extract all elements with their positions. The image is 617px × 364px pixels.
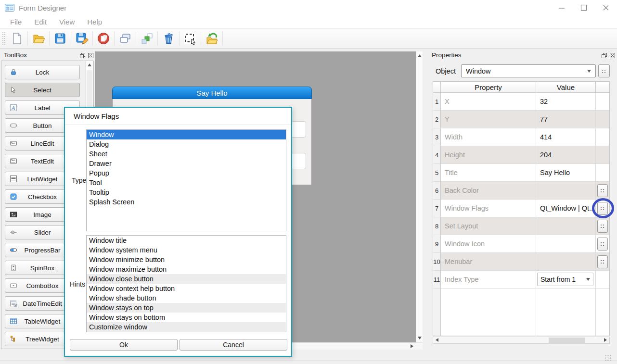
maximize-button[interactable] <box>573 0 595 15</box>
empty-property-column <box>441 289 536 336</box>
toolbar-button-paste[interactable] <box>137 30 156 47</box>
scroll-down-icon[interactable] <box>416 335 423 341</box>
minimize-button[interactable] <box>551 0 573 15</box>
close-panel-icon[interactable] <box>609 52 615 58</box>
type-option-tool[interactable]: Tool <box>87 178 286 188</box>
object-more-button[interactable]: :: <box>598 64 610 77</box>
close-panel-icon[interactable] <box>88 52 93 58</box>
toolbox-item-label: Label <box>34 104 50 112</box>
type-option-tooltip[interactable]: Tooltip <box>87 188 286 197</box>
toolbox-item-label: DateTimeEdit <box>23 300 62 307</box>
open-file-icon <box>32 32 45 45</box>
float-panel-icon[interactable] <box>601 52 607 58</box>
close-button[interactable] <box>595 0 617 15</box>
type-option-dialog[interactable]: Dialog <box>87 139 286 149</box>
toolbar-button-close-project[interactable] <box>94 30 113 47</box>
type-option-popup[interactable]: Popup <box>87 168 286 178</box>
toolbar-grip-handle[interactable] <box>2 32 5 45</box>
dropdown-value: Start from 1 <box>540 276 576 283</box>
editor-button-window-flags[interactable]: :: <box>597 202 608 215</box>
spinbox-icon <box>10 264 17 272</box>
hint-option-window-close-button[interactable]: Window close button <box>87 274 286 284</box>
toolbar-button-save-as[interactable] <box>72 30 91 47</box>
save-as-icon <box>75 32 89 45</box>
index-type-dropdown[interactable]: Start from 1 <box>537 273 593 286</box>
property-value: 414 <box>536 128 596 146</box>
type-label: Type <box>72 176 86 184</box>
editor-button-window-icon[interactable]: :: <box>597 238 608 251</box>
hint-option-customize-window[interactable]: Customize window <box>87 322 286 332</box>
properties-scrollbar-thumb[interactable] <box>549 338 585 343</box>
type-option-splash-screen[interactable]: Splash Screen <box>87 197 286 207</box>
menu-item-file[interactable]: File <box>4 18 28 26</box>
toolbar-separator <box>222 31 223 46</box>
properties-horizontal-scrollbar[interactable] <box>433 337 610 344</box>
row-number: 3 <box>433 128 441 146</box>
chevron-down-icon <box>586 278 590 281</box>
menu-item-view[interactable]: View <box>53 18 81 26</box>
toolbox-item-label: Checkbox <box>28 193 57 201</box>
hint-option-window-stays-on-bottom[interactable]: Window stays on bottom <box>87 313 286 322</box>
editor-cell <box>596 146 609 163</box>
scroll-right-icon[interactable] <box>602 337 609 343</box>
editor-cell <box>596 111 609 128</box>
toolbar-button-new[interactable] <box>7 30 26 47</box>
toolbar-button-open[interactable] <box>29 30 48 47</box>
row-number: 11 <box>433 271 441 288</box>
scroll-left-icon[interactable] <box>434 337 440 343</box>
scroll-up-icon[interactable] <box>416 53 423 59</box>
toolbox-item-label: ProgressBar <box>24 247 60 254</box>
editor-cell: :: <box>596 200 609 217</box>
checkbox-icon <box>10 193 17 201</box>
float-panel-icon[interactable] <box>79 52 85 58</box>
toolbar-button-delete[interactable] <box>159 30 178 47</box>
scroll-right-icon[interactable] <box>409 343 415 349</box>
type-option-drawer[interactable]: Drawer <box>87 159 286 168</box>
properties-table: Property Value 1X322Y773Width4144Height2… <box>433 81 610 336</box>
editor-button-back-color[interactable]: :: <box>597 184 608 197</box>
trash-icon <box>162 32 175 45</box>
hint-option-window-minimize-button[interactable]: Window minimize button <box>87 255 286 264</box>
editor-button-set-layout[interactable]: :: <box>597 220 608 233</box>
property-value <box>536 235 596 252</box>
property-row-width: 3Width414 <box>433 128 609 146</box>
ok-button[interactable]: Ok <box>70 339 178 351</box>
type-option-window[interactable]: Window <box>87 130 286 139</box>
toolbar-button-copy[interactable] <box>116 30 135 47</box>
canvas-vertical-scrollbar[interactable] <box>416 51 423 342</box>
toolbox-panel-title: ToolBox <box>4 51 27 59</box>
row-number: 4 <box>433 146 441 163</box>
property-row-index-type: 11Index TypeStart from 1 <box>433 271 609 289</box>
designed-form-title: Say Hello <box>196 89 227 97</box>
treewidget-icon <box>10 335 17 343</box>
ok-button-label: Ok <box>119 341 128 349</box>
property-row-menubar: 10Menubar:: <box>433 253 609 271</box>
value-column-header: Value <box>536 82 596 92</box>
scroll-up-icon[interactable] <box>86 62 93 68</box>
hint-option-window-stays-on-top[interactable]: Window stays on top <box>87 303 286 313</box>
cancel-button[interactable]: Cancel <box>180 339 287 351</box>
hint-option-window-title[interactable]: Window title <box>87 236 286 245</box>
toolbar-button-select-region[interactable] <box>180 30 200 47</box>
window-hints-list[interactable]: Window titleWindow system menuWindow min… <box>86 235 286 332</box>
menu-item-help[interactable]: Help <box>81 18 108 26</box>
toolbar-button-import[interactable] <box>202 30 221 47</box>
object-dropdown[interactable]: Window <box>461 64 596 77</box>
property-value: 204 <box>536 146 596 163</box>
menu-item-edit[interactable]: Edit <box>28 18 53 26</box>
hint-option-window-context-help-button[interactable]: Window context help button <box>87 284 286 293</box>
property-name: Menubar <box>441 253 536 270</box>
type-option-sheet[interactable]: Sheet <box>87 149 286 159</box>
property-name: Title <box>441 164 536 181</box>
object-dropdown-value: Window <box>466 67 491 75</box>
window-type-list[interactable]: WindowDialogSheetDrawerPopupToolTooltipS… <box>86 129 286 231</box>
hint-option-window-system-menu[interactable]: Window system menu <box>87 245 286 255</box>
toolbox-item-label: Button <box>33 122 51 129</box>
hint-option-window-maximize-button[interactable]: Window maximize button <box>87 264 286 274</box>
toolbox-item-lock[interactable]: Lock <box>5 65 80 79</box>
hint-option-window-shade-button[interactable]: Window shade button <box>87 293 286 303</box>
toolbox-item-select[interactable]: Select <box>5 83 80 97</box>
editor-button-menubar[interactable]: :: <box>597 255 608 268</box>
window-resize-grip[interactable] <box>604 354 611 361</box>
toolbar-button-save[interactable] <box>51 30 70 47</box>
